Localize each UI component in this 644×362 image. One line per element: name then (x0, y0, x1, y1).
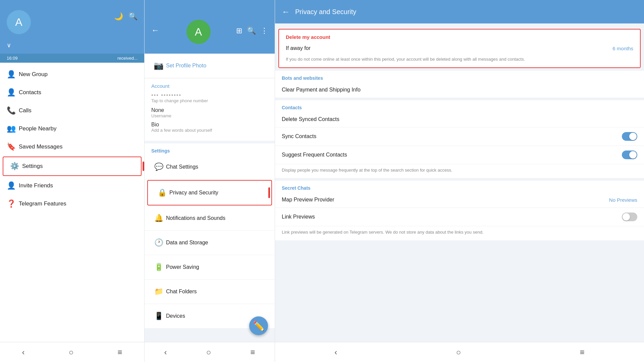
data-storage-label: Data and Storage (166, 240, 208, 246)
middle-back-nav[interactable]: ‹ (164, 348, 167, 357)
fab-edit-button[interactable]: ✏️ (249, 316, 268, 335)
devices-label: Devices (166, 313, 185, 319)
calls-icon: 📞 (7, 106, 19, 115)
saved-messages-label: Saved Messages (19, 143, 62, 150)
saved-messages-icon: 🔖 (7, 142, 19, 151)
camera-icon: 📷 (151, 58, 166, 73)
set-profile-photo-row[interactable]: 📷 Set Profile Photo (145, 54, 275, 78)
data-storage-row[interactable]: 🕐 Data and Storage (145, 231, 275, 255)
clear-payment-row[interactable]: Clear Payment and Shipping Info (275, 82, 644, 98)
left-menu: 👤 New Group 👤 Contacts 📞 Calls 👥 People … (0, 63, 144, 342)
chat-settings-label: Chat Settings (166, 164, 198, 170)
middle-search-icon[interactable]: 🔍 (247, 26, 256, 35)
menu-nav-icon[interactable]: ≡ (117, 348, 122, 357)
notifications-icon: 🔔 (151, 211, 166, 226)
right-header: ← Privacy and Security (275, 0, 644, 23)
power-saving-row[interactable]: 🔋 Power Saving (145, 255, 275, 280)
contacts-section-title: Contacts (275, 100, 644, 112)
privacy-security-content: Delete my account If away for 6 months I… (275, 23, 644, 342)
grid-icon[interactable]: ⊞ (236, 26, 242, 35)
middle-bottom-bar: ‹ ○ ≡ (145, 342, 275, 362)
link-previews-note: Link previews will be generated on Teleg… (275, 226, 644, 240)
menu-item-saved-messages[interactable]: 🔖 Saved Messages (0, 138, 144, 156)
phone-field[interactable]: ••• •••••••• Tap to change phone number (151, 92, 268, 103)
calls-label: Calls (19, 107, 32, 114)
menu-item-invite-friends[interactable]: 👤 Invite Friends (0, 177, 144, 195)
bio-field[interactable]: Bio Add a few words about yourself (151, 122, 268, 133)
delete-synced-contacts-row[interactable]: Delete Synced Contacts (275, 112, 644, 127)
menu-item-telegram-features[interactable]: ❓ Telegram Features (0, 195, 144, 213)
suggest-frequent-toggle[interactable] (622, 150, 637, 159)
username-field[interactable]: None Username (151, 107, 268, 118)
sync-contacts-label: Sync Contacts (282, 133, 316, 139)
link-previews-toggle[interactable] (622, 213, 637, 221)
suggest-frequent-label: Suggest Frequent Contacts (282, 152, 347, 158)
sync-contacts-row[interactable]: Sync Contacts (275, 127, 644, 146)
menu-item-settings[interactable]: ⚙️ Settings (3, 157, 142, 176)
chat-folders-row[interactable]: 📁 Chat Folders (145, 280, 275, 304)
suggest-frequent-note: Display people you message frequently at… (275, 164, 644, 178)
phone-hint: Tap to change phone number (151, 98, 268, 103)
notifications-row[interactable]: 🔔 Notifications and Sounds (145, 206, 275, 231)
devices-icon: 📱 (151, 309, 166, 323)
chat-settings-icon: 💬 (151, 160, 166, 174)
privacy-security-page-title: Privacy and Security (295, 8, 637, 16)
delete-account-section-title: Delete my account (279, 29, 640, 41)
profile-avatar[interactable]: A (186, 20, 211, 44)
right-menu-nav[interactable]: ≡ (580, 348, 585, 357)
contacts-icon: 👤 (7, 88, 19, 97)
panel-middle: ← A ⊞ 🔍 ⋮ 📷 Set Profile Photo Account ••… (144, 0, 275, 362)
menu-item-new-group[interactable]: 👤 New Group (0, 65, 144, 83)
new-group-label: New Group (19, 71, 48, 78)
if-away-label: If away for (286, 45, 311, 51)
delete-account-row[interactable]: If away for 6 months (279, 41, 640, 56)
settings-label: Settings (22, 163, 43, 170)
map-preview-row[interactable]: Map Preview Provider No Previews (275, 192, 644, 208)
chevron-down-icon[interactable]: ∨ (7, 42, 11, 49)
settings-section-title: Settings (145, 143, 275, 155)
middle-menu-nav[interactable]: ≡ (250, 348, 255, 357)
suggest-frequent-contacts-row[interactable]: Suggest Frequent Contacts (275, 146, 644, 164)
username-label: Username (151, 113, 268, 118)
left-bottom-bar: ‹ ○ ≡ (0, 342, 144, 362)
menu-item-contacts[interactable]: 👤 Contacts (0, 83, 144, 102)
middle-header: ← A ⊞ 🔍 ⋮ (145, 0, 275, 54)
more-icon[interactable]: ⋮ (261, 26, 268, 35)
panel-right: ← Privacy and Security Delete my account… (275, 0, 644, 362)
chat-settings-row[interactable]: 💬 Chat Settings (145, 155, 275, 179)
right-back-nav[interactable]: ‹ (334, 348, 337, 357)
telegram-features-label: Telegram Features (19, 200, 66, 207)
delete-account-note: If you do not come online at least once … (279, 56, 640, 67)
people-nearby-label: People Nearby (19, 125, 56, 132)
right-home-nav[interactable]: ○ (456, 348, 461, 357)
power-saving-label: Power Saving (166, 264, 199, 270)
middle-header-icons: ⊞ 🔍 ⋮ (236, 25, 268, 35)
back-button[interactable]: ← (151, 25, 159, 35)
privacy-security-icon: 🔒 (155, 185, 169, 200)
search-icon[interactable]: 🔍 (128, 12, 138, 21)
map-preview-label: Map Preview Provider (282, 197, 334, 203)
left-header: A 🌙 🔍 ∨ (0, 0, 144, 54)
new-group-icon: 👤 (7, 70, 19, 79)
link-previews-row[interactable]: Link Previews (275, 208, 644, 226)
if-away-value: 6 months (612, 46, 633, 51)
middle-home-nav[interactable]: ○ (206, 348, 211, 357)
chat-folders-icon: 📁 (151, 284, 166, 299)
avatar[interactable]: A (7, 10, 31, 34)
sync-contacts-toggle[interactable] (622, 132, 637, 141)
menu-item-calls[interactable]: 📞 Calls (0, 102, 144, 120)
notifications-label: Notifications and Sounds (166, 215, 225, 221)
home-nav-icon[interactable]: ○ (69, 348, 74, 357)
contacts-section: Contacts Delete Synced Contacts Sync Con… (275, 100, 644, 178)
invite-friends-label: Invite Friends (19, 182, 53, 189)
right-bottom-bar: ‹ ○ ≡ (275, 342, 644, 362)
menu-item-people-nearby[interactable]: 👥 People Nearby (0, 120, 144, 138)
moon-icon[interactable]: 🌙 (114, 12, 123, 21)
bio-hint: Add a few words about yourself (151, 128, 268, 133)
set-profile-label: Set Profile Photo (166, 63, 206, 69)
phone-value: ••• •••••••• (151, 92, 268, 98)
right-back-button[interactable]: ← (282, 7, 290, 16)
back-nav-icon[interactable]: ‹ (22, 348, 25, 357)
bots-websites-section: Bots and websites Clear Payment and Ship… (275, 71, 644, 98)
privacy-security-row[interactable]: 🔒 Privacy and Security (147, 180, 272, 205)
